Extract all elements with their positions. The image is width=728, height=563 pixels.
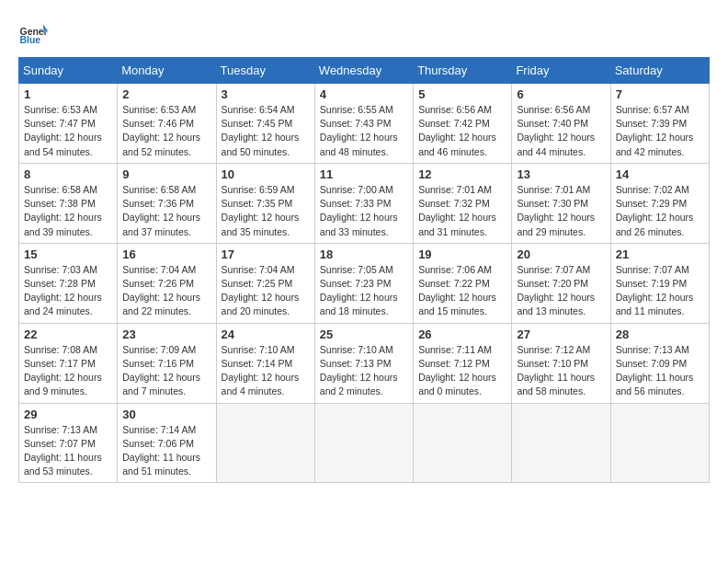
calendar-table: SundayMondayTuesdayWednesdayThursdayFrid… [18,57,710,483]
day-info: Sunrise: 6:56 AMSunset: 7:40 PMDaylight:… [517,103,605,159]
calendar-cell: 12Sunrise: 7:01 AMSunset: 7:32 PMDayligh… [414,163,512,243]
day-number: 11 [320,167,408,181]
calendar-week-2: 8Sunrise: 6:58 AMSunset: 7:38 PMDaylight… [19,163,710,243]
calendar-cell: 30Sunrise: 7:14 AMSunset: 7:06 PMDayligh… [118,403,216,483]
day-info: Sunrise: 7:02 AMSunset: 7:29 PMDaylight:… [616,183,704,239]
calendar-cell: 14Sunrise: 7:02 AMSunset: 7:29 PMDayligh… [610,163,709,243]
calendar-week-5: 29Sunrise: 7:13 AMSunset: 7:07 PMDayligh… [19,403,710,483]
day-info: Sunrise: 6:53 AMSunset: 7:46 PMDaylight:… [122,103,210,159]
day-info: Sunrise: 7:09 AMSunset: 7:16 PMDaylight:… [122,343,210,399]
logo: General Blue [18,18,48,48]
calendar-cell: 24Sunrise: 7:10 AMSunset: 7:14 PMDayligh… [216,323,314,403]
day-number: 1 [24,87,112,101]
weekday-header-monday: Monday [118,58,216,84]
day-number: 2 [122,87,210,101]
day-number: 18 [320,247,408,261]
calendar-cell: 20Sunrise: 7:07 AMSunset: 7:20 PMDayligh… [512,243,610,323]
day-number: 22 [24,327,112,341]
day-info: Sunrise: 7:01 AMSunset: 7:30 PMDaylight:… [517,183,605,239]
calendar-cell: 23Sunrise: 7:09 AMSunset: 7:16 PMDayligh… [118,323,216,403]
day-info: Sunrise: 7:00 AMSunset: 7:33 PMDaylight:… [320,183,408,239]
calendar-body: 1Sunrise: 6:53 AMSunset: 7:47 PMDaylight… [19,84,710,483]
day-number: 10 [222,167,310,181]
calendar-cell [414,403,512,483]
day-number: 21 [616,247,704,261]
day-info: Sunrise: 7:03 AMSunset: 7:28 PMDaylight:… [24,263,112,319]
day-info: Sunrise: 7:07 AMSunset: 7:19 PMDaylight:… [616,263,704,319]
day-number: 20 [517,247,605,261]
weekday-header-thursday: Thursday [414,58,512,84]
day-info: Sunrise: 6:56 AMSunset: 7:42 PMDaylight:… [418,103,506,159]
day-number: 30 [122,408,210,421]
calendar-cell: 16Sunrise: 7:04 AMSunset: 7:26 PMDayligh… [118,243,216,323]
day-number: 23 [122,327,210,341]
calendar-cell: 13Sunrise: 7:01 AMSunset: 7:30 PMDayligh… [512,163,610,243]
day-info: Sunrise: 6:55 AMSunset: 7:43 PMDaylight:… [320,103,408,159]
calendar-cell: 28Sunrise: 7:13 AMSunset: 7:09 PMDayligh… [610,323,709,403]
day-number: 6 [517,87,605,101]
calendar-cell: 11Sunrise: 7:00 AMSunset: 7:33 PMDayligh… [314,163,413,243]
calendar-cell: 1Sunrise: 6:53 AMSunset: 7:47 PMDaylight… [19,84,118,164]
calendar-cell: 17Sunrise: 7:04 AMSunset: 7:25 PMDayligh… [216,243,314,323]
calendar-cell: 29Sunrise: 7:13 AMSunset: 7:07 PMDayligh… [19,403,118,483]
day-number: 4 [320,87,408,101]
calendar-cell: 18Sunrise: 7:05 AMSunset: 7:23 PMDayligh… [314,243,413,323]
calendar-cell [512,403,610,483]
svg-text:Blue: Blue [20,35,41,45]
calendar-week-3: 15Sunrise: 7:03 AMSunset: 7:28 PMDayligh… [19,243,710,323]
calendar-header-row: SundayMondayTuesdayWednesdayThursdayFrid… [19,58,710,84]
calendar-cell: 3Sunrise: 6:54 AMSunset: 7:45 PMDaylight… [216,84,314,164]
day-number: 26 [418,327,506,341]
calendar-cell: 8Sunrise: 6:58 AMSunset: 7:38 PMDaylight… [19,163,118,243]
calendar-cell: 2Sunrise: 6:53 AMSunset: 7:46 PMDaylight… [118,84,216,164]
calendar-cell: 6Sunrise: 6:56 AMSunset: 7:40 PMDaylight… [512,84,610,164]
calendar-cell: 19Sunrise: 7:06 AMSunset: 7:22 PMDayligh… [414,243,512,323]
calendar-cell: 27Sunrise: 7:12 AMSunset: 7:10 PMDayligh… [512,323,610,403]
day-info: Sunrise: 7:10 AMSunset: 7:13 PMDaylight:… [320,343,408,399]
weekday-header-sunday: Sunday [19,58,118,84]
calendar-cell [610,403,709,483]
day-number: 8 [24,167,112,181]
calendar-cell [216,403,314,483]
calendar-cell: 9Sunrise: 6:58 AMSunset: 7:36 PMDaylight… [118,163,216,243]
day-info: Sunrise: 6:58 AMSunset: 7:38 PMDaylight:… [24,183,112,239]
calendar-week-4: 22Sunrise: 7:08 AMSunset: 7:17 PMDayligh… [19,323,710,403]
day-info: Sunrise: 7:05 AMSunset: 7:23 PMDaylight:… [320,263,408,319]
calendar-cell: 7Sunrise: 6:57 AMSunset: 7:39 PMDaylight… [610,84,709,164]
day-info: Sunrise: 6:59 AMSunset: 7:35 PMDaylight:… [222,183,310,239]
weekday-header-tuesday: Tuesday [216,58,314,84]
calendar-cell: 10Sunrise: 6:59 AMSunset: 7:35 PMDayligh… [216,163,314,243]
day-info: Sunrise: 7:06 AMSunset: 7:22 PMDaylight:… [418,263,506,319]
day-number: 25 [320,327,408,341]
calendar-cell: 22Sunrise: 7:08 AMSunset: 7:17 PMDayligh… [19,323,118,403]
weekday-header-wednesday: Wednesday [314,58,413,84]
day-number: 9 [122,167,210,181]
calendar-cell: 15Sunrise: 7:03 AMSunset: 7:28 PMDayligh… [19,243,118,323]
day-info: Sunrise: 6:54 AMSunset: 7:45 PMDaylight:… [222,103,310,159]
day-info: Sunrise: 7:01 AMSunset: 7:32 PMDaylight:… [418,183,506,239]
day-number: 27 [517,327,605,341]
day-number: 5 [418,87,506,101]
day-number: 13 [517,167,605,181]
day-info: Sunrise: 7:04 AMSunset: 7:26 PMDaylight:… [122,263,210,319]
logo-icon: General Blue [18,18,48,48]
calendar-cell: 4Sunrise: 6:55 AMSunset: 7:43 PMDaylight… [314,84,413,164]
day-info: Sunrise: 7:08 AMSunset: 7:17 PMDaylight:… [24,343,112,399]
day-number: 16 [122,247,210,261]
day-number: 24 [222,327,310,341]
day-info: Sunrise: 7:07 AMSunset: 7:20 PMDaylight:… [517,263,605,319]
day-number: 17 [222,247,310,261]
weekday-header-friday: Friday [512,58,610,84]
day-info: Sunrise: 7:04 AMSunset: 7:25 PMDaylight:… [222,263,310,319]
day-number: 3 [222,87,310,101]
day-info: Sunrise: 7:13 AMSunset: 7:09 PMDaylight:… [616,343,704,399]
calendar-cell: 25Sunrise: 7:10 AMSunset: 7:13 PMDayligh… [314,323,413,403]
day-number: 14 [616,167,704,181]
day-number: 28 [616,327,704,341]
calendar-week-1: 1Sunrise: 6:53 AMSunset: 7:47 PMDaylight… [19,84,710,164]
day-info: Sunrise: 6:57 AMSunset: 7:39 PMDaylight:… [616,103,704,159]
day-number: 29 [24,408,112,421]
day-number: 12 [418,167,506,181]
day-info: Sunrise: 7:12 AMSunset: 7:10 PMDaylight:… [517,343,605,399]
day-number: 15 [24,247,112,261]
